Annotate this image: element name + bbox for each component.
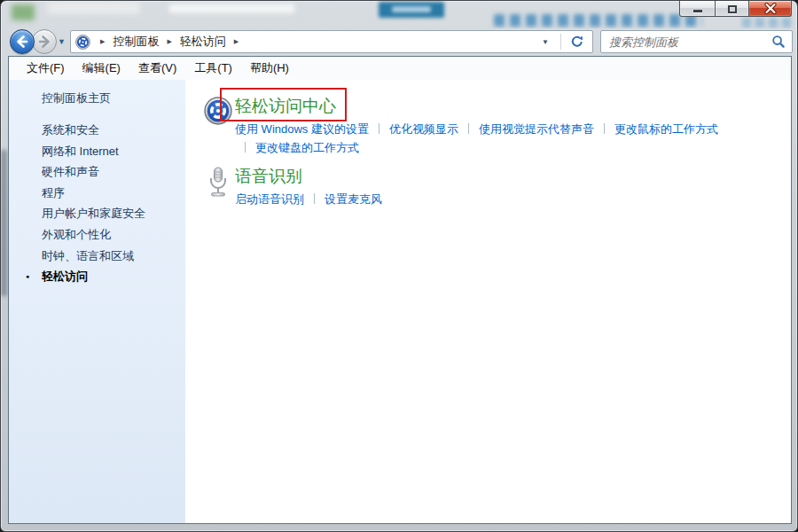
sidebar-item-user-accounts[interactable]: 用户帐户和家庭安全 <box>9 203 185 224</box>
minimize-icon <box>693 10 702 12</box>
background-blur-left-edge <box>1 150 7 296</box>
task-link-optimize-visual-display[interactable]: 优化视频显示 <box>389 120 458 138</box>
address-bar[interactable]: ▶ 控制面板 ▶ 轻松访问 ▶ ▼ <box>71 31 560 52</box>
menu-view[interactable]: 查看(V) <box>129 58 185 79</box>
menu-edit[interactable]: 编辑(E) <box>74 58 129 79</box>
main-panel: 轻松访问中心 使用 Windows 建议的设置优化视频显示使用视觉提示代替声音更… <box>185 80 791 523</box>
task-link-visual-cues-for-sounds[interactable]: 使用视觉提示代替声音 <box>479 120 594 138</box>
recent-pages-dropdown-icon[interactable]: ▼ <box>58 37 66 46</box>
section-speech-recognition: 语音识别 启动语音识别设置麦克风 <box>203 166 791 208</box>
task-link-change-keyboard-behavior[interactable]: 更改键盘的工作方式 <box>255 138 359 157</box>
refresh-button[interactable] <box>561 31 592 52</box>
section-body: 轻松访问中心 使用 Windows 建议的设置优化视频显示使用视觉提示代替声音更… <box>235 96 732 157</box>
caption-buttons <box>680 1 792 17</box>
breadcrumb-item-ease-of-access[interactable]: 轻松访问 <box>180 34 226 50</box>
link-separator <box>245 142 246 153</box>
menu-help[interactable]: 帮助(H) <box>241 58 298 79</box>
maximize-icon <box>728 5 737 13</box>
back-button[interactable] <box>10 29 35 54</box>
maximize-button[interactable] <box>715 1 749 17</box>
sidebar-item-system-security[interactable]: 系统和安全 <box>9 120 185 141</box>
link-separator <box>314 193 315 204</box>
menu-bar: 文件(F) 编辑(E) 查看(V) 工具(T) 帮助(H) <box>9 57 791 80</box>
sidebar-item-control-panel-home[interactable]: 控制面板主页 <box>9 88 185 109</box>
breadcrumb-arrow-icon[interactable]: ▶ <box>226 38 246 45</box>
task-links: 启动语音识别设置麦克风 <box>235 190 732 208</box>
search-box <box>600 30 793 53</box>
search-input[interactable] <box>607 35 771 50</box>
minimize-button[interactable] <box>679 1 716 17</box>
sidebar-item-ease-of-access[interactable]: ● 轻松访问 <box>9 266 185 287</box>
refresh-icon <box>570 35 584 49</box>
back-arrow-icon <box>13 33 31 51</box>
background-blur-blue-text-2 <box>742 18 794 27</box>
client-area: 文件(F) 编辑(E) 查看(V) 工具(T) 帮助(H) 控制面板主页 系统和… <box>8 56 792 524</box>
task-link-set-up-microphone[interactable]: 设置麦克风 <box>325 190 382 208</box>
ease-of-access-center-heading[interactable]: 轻松访问中心 <box>235 96 732 117</box>
link-separator <box>604 123 605 134</box>
sidebar-item-label: 轻松访问 <box>42 270 88 283</box>
address-dropdown-icon[interactable]: ▼ <box>535 38 556 46</box>
background-blur-button-text <box>392 6 431 12</box>
search-icon <box>771 35 786 49</box>
sidebar-item-network-internet[interactable]: 网络和 Internet <box>9 141 185 162</box>
breadcrumb-item-control-panel[interactable]: 控制面板 <box>113 34 159 50</box>
task-link-change-mouse-behavior[interactable]: 更改鼠标的工作方式 <box>614 120 718 138</box>
task-link-start-speech-recognition[interactable]: 启动语音识别 <box>235 190 304 208</box>
titlebar[interactable] <box>1 1 797 28</box>
menu-tools[interactable]: 工具(T) <box>185 58 241 79</box>
microphone-icon[interactable] <box>203 166 232 208</box>
content-area: 控制面板主页 系统和安全 网络和 Internet 硬件和声音 程序 用户帐户和… <box>9 80 791 523</box>
speech-recognition-heading[interactable]: 语音识别 <box>235 166 732 187</box>
task-link-recommended-settings[interactable]: 使用 Windows 建议的设置 <box>235 120 369 138</box>
active-item-bullet-icon: ● <box>26 266 29 287</box>
sidebar-item-clock-language[interactable]: 时钟、语言和区域 <box>9 246 185 267</box>
background-blur-window <box>47 1 140 14</box>
close-button[interactable] <box>748 1 792 17</box>
sidebar-item-hardware-sound[interactable]: 硬件和声音 <box>9 161 185 183</box>
explorer-window: ▼ ▶ 控制面板 ▶ 轻松访问 ▶ ▼ <box>0 0 798 532</box>
link-separator <box>468 123 469 134</box>
sidebar: 控制面板主页 系统和安全 网络和 Internet 硬件和声音 程序 用户帐户和… <box>9 80 185 523</box>
ease-of-access-icon <box>75 35 90 50</box>
sidebar-item-programs[interactable]: 程序 <box>9 183 185 204</box>
link-separator <box>379 123 379 134</box>
background-blur-textbox <box>168 3 296 14</box>
menu-file[interactable]: 文件(F) <box>18 58 74 79</box>
background-blur-green <box>12 4 35 20</box>
task-links: 使用 Windows 建议的设置优化视频显示使用视觉提示代替声音更改鼠标的工作方… <box>235 120 732 157</box>
sidebar-item-appearance[interactable]: 外观和个性化 <box>9 224 185 246</box>
breadcrumb-arrow-icon[interactable]: ▶ <box>159 38 179 45</box>
ease-of-access-center-icon[interactable] <box>203 96 232 157</box>
section-ease-of-access-center: 轻松访问中心 使用 Windows 建议的设置优化视频显示使用视觉提示代替声音更… <box>203 96 791 157</box>
forward-button[interactable] <box>32 29 57 54</box>
close-icon <box>763 3 778 14</box>
section-body: 语音识别 启动语音识别设置麦克风 <box>235 166 732 208</box>
address-bar-group: ▶ 控制面板 ▶ 轻松访问 ▶ ▼ <box>70 30 593 53</box>
breadcrumb-arrow-icon[interactable]: ▶ <box>92 38 113 45</box>
forward-arrow-icon <box>35 33 53 51</box>
background-blur-blue-text <box>494 14 702 27</box>
